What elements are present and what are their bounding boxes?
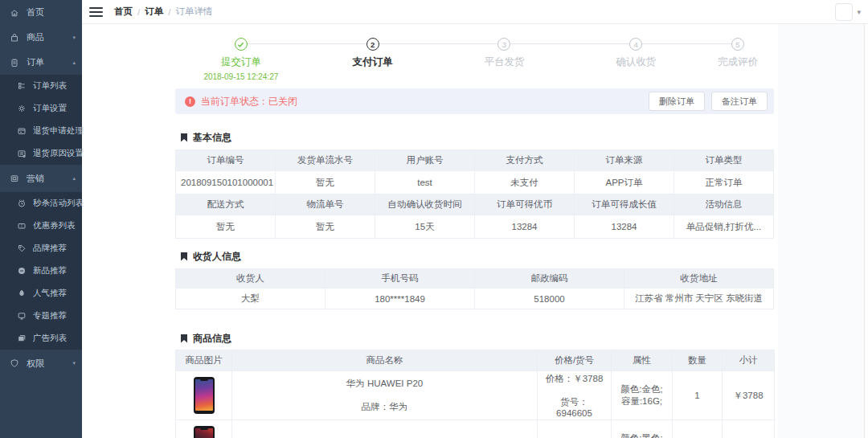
step-label: 支付订单 [307,55,439,69]
sidebar-item-home[interactable]: 首页 [0,0,82,25]
section-title-consignee-info: 收货人信息 [175,250,774,263]
chevron-down-icon[interactable]: ▾ [857,8,861,16]
table-header-row: 商品图片 商品名称 价格/货号 属性 数量 小计 [176,350,775,371]
order-status-text: 当前订单状态：已关闭 [201,95,297,108]
step-timestamp: 2018-09-15 12:24:27 [175,72,307,81]
table-header-cell: 属性 [612,350,673,371]
return-request-icon [17,126,27,136]
sidebar-item-marketing[interactable]: 营销 ▴ [0,165,82,192]
return-reason-icon [17,149,27,158]
table-cell: 180****1849 [326,289,475,309]
product-info-table: 商品图片 商品名称 价格/货号 属性 数量 小计 华为 HUAWEI P20 品… [175,350,775,438]
product-subtotal-cell: ￥3788 [723,371,775,420]
breadcrumb-orders[interactable]: 订单 [145,6,163,18]
breadcrumb-home[interactable]: 首页 [114,6,133,18]
step-label: 确认收货 [570,55,702,69]
basic-info-table: 订单编号 发货单流水号 用户账号 支付方式 订单来源 订单类型 20180915… [175,149,774,239]
sidebar-item-order-settings[interactable]: 订单设置 [0,97,82,120]
sidebar-item-popular[interactable]: 人气推荐 [0,282,82,305]
sidebar-item-new-product[interactable]: 新品推荐 [0,260,82,282]
product-qty-cell: 3 [673,420,723,438]
table-cell: 15天 [375,215,475,239]
sidebar-item-label: 首页 [27,6,44,18]
table-row: 暂无 暂无 15天 13284 13284 单品促销,打折优... [176,215,774,239]
step-label: 完成评价 [702,55,774,69]
sidebar-item-label: 退货申请处理 [33,125,84,137]
sidebar-item-brand-recommend[interactable]: 品牌推荐 [0,237,82,260]
sidebar-item-order-list[interactable]: 订单列表 [0,75,82,97]
product-image-cell [176,371,232,420]
avatar[interactable] [835,3,853,21]
brand-icon [17,244,27,253]
sidebar-item-label: 优惠券列表 [33,220,76,231]
chevron-down-icon: ▾ [72,360,76,366]
delete-order-button[interactable]: 删除订单 [649,92,705,111]
step-pay-order: 2 支付订单 [307,38,439,88]
table-header-cell: 小计 [723,350,775,371]
chevron-up-icon: ▴ [72,59,76,66]
table-cell: 大梨 [176,289,326,309]
step-number: 2 [366,38,379,51]
marketing-icon [10,174,19,183]
sidebar-item-label: 退货原因设置 [33,148,84,159]
hamburger-menu-icon[interactable] [89,7,103,17]
product-subtotal-cell: ￥8097 [723,420,775,438]
table-header-cell: 价格/货号 [538,350,612,371]
sidebar-item-flash-sale[interactable]: 秒杀活动列表 [0,192,82,215]
table-cell: 518000 [475,289,624,309]
goods-icon [10,33,19,43]
table-cell: 江苏省 常州市 天宁区 东晓街道 [624,289,774,309]
sidebar-item-label: 营销 [27,173,44,185]
sidebar-item-ad-list[interactable]: 广告列表 [0,327,82,350]
sidebar-item-return-reason[interactable]: 退货原因设置 [0,142,82,165]
breadcrumb-current: 订单详情 [175,6,212,18]
consignee-info-table: 收货人 手机号码 邮政编码 收货地址 大梨 180****1849 518000… [175,268,774,309]
note-order-button[interactable]: 备注订单 [711,92,768,111]
table-header-row: 配送方式 物流单号 自动确认收货时间 订单可得优币 订单可得成长值 活动信息 [176,194,774,215]
flash-sale-icon [17,199,27,208]
table-header-cell: 订单来源 [575,150,674,171]
order-status-alert: ! 当前订单状态：已关闭 删除订单 备注订单 [175,88,774,114]
bookmark-icon [181,133,187,142]
sidebar-item-label: 秒杀活动列表 [33,198,84,209]
sidebar-item-orders[interactable]: 订单 ▴ [0,50,82,75]
step-number: 5 [731,38,744,51]
table-row: 小米8 价格：￥2699 颜色:黑色;容量 3 ￥8097 [176,420,775,438]
product-price: 价格：￥3788 [542,373,606,385]
breadcrumb: 首页 / 订单 / 订单详情 [114,6,212,18]
step-number: 3 [497,38,510,51]
home-icon [10,8,19,18]
permission-icon [10,358,19,368]
table-header-cell: 订单类型 [674,150,774,171]
sidebar-item-topic[interactable]: 专题推荐 [0,305,82,327]
ad-list-icon [17,334,27,343]
table-header-cell: 邮政编码 [475,269,624,289]
sidebar-item-return-request[interactable]: 退货申请处理 [0,120,82,142]
table-cell: 暂无 [276,215,375,239]
product-price-cell: 价格：￥3788 货号：6946605 [538,371,612,420]
table-cell: APP订单 [575,171,674,194]
table-row: 大梨 180****1849 518000 江苏省 常州市 天宁区 东晓街道 [176,289,774,309]
table-header-cell: 数量 [673,350,723,371]
sidebar-item-goods[interactable]: 商品 ▾ [0,25,82,50]
sidebar-item-label: 广告列表 [33,333,67,344]
sidebar-item-label: 订单列表 [33,80,67,92]
sidebar-item-coupon-list[interactable]: 优惠券列表 [0,215,82,237]
step-number: 4 [629,38,642,51]
product-name-cell: 华为 HUAWEI P20 品牌：华为 [232,371,538,420]
table-header-cell: 活动信息 [674,194,774,215]
step-label: 平台发货 [439,55,571,69]
table-header-cell: 手机号码 [326,269,475,289]
table-header-cell: 收货人 [176,269,326,289]
table-header-cell: 收货地址 [624,269,774,289]
scrollbar[interactable] [864,24,868,438]
section-title-text: 收货人信息 [193,250,241,264]
table-cell: 13284 [575,215,674,239]
breadcrumb-separator: / [168,7,170,17]
table-header-row: 订单编号 发货单流水号 用户账号 支付方式 订单来源 订单类型 [176,150,774,171]
warning-icon: ! [185,96,195,107]
topbar: 首页 / 订单 / 订单详情 ▾ [82,0,868,24]
step-platform-ship: 3 平台发货 [439,38,571,88]
bookmark-icon [181,252,187,261]
sidebar-item-permission[interactable]: 权限 ▾ [0,350,82,377]
